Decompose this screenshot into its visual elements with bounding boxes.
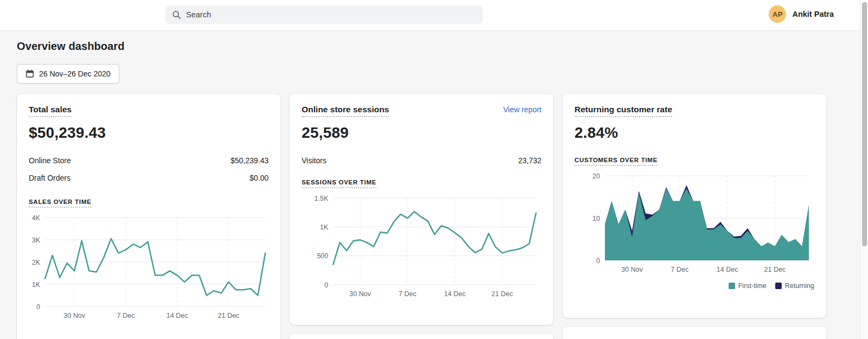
legend-item-first-time: First-time: [729, 282, 767, 290]
total-sales-breakdown: Online Store $50,239.43 Draft Orders $0.…: [29, 156, 269, 182]
search-icon: [172, 10, 181, 20]
sessions-title[interactable]: Online store sessions: [302, 105, 389, 117]
sessions-over-time-label[interactable]: SESSIONS OVER TIME: [302, 179, 376, 188]
customers-over-time-chart: 0102030 Nov7 Dec14 Dec21 Dec: [575, 171, 814, 274]
row-label: Draft Orders: [29, 174, 71, 182]
sessions-over-time-chart: 05001K1.5K30 Nov7 Dec14 Dec21 Dec: [302, 194, 541, 299]
svg-text:21 Dec: 21 Dec: [218, 312, 240, 319]
returning-rate-title[interactable]: Returning customer rate: [575, 105, 672, 117]
sales-over-time-label[interactable]: SALES OVER TIME: [29, 199, 91, 208]
main-content: Overview dashboard 26 Nov–26 Dec 2020 To…: [0, 31, 868, 339]
avatar[interactable]: AP: [769, 5, 786, 23]
row-label: Online Store: [29, 156, 71, 165]
svg-text:14 Dec: 14 Dec: [167, 312, 188, 319]
svg-text:7 Dec: 7 Dec: [117, 312, 135, 319]
returning-customer-rate-card: Returning customer rate 2.84% CUSTOMERS …: [563, 94, 826, 318]
svg-text:1.5K: 1.5K: [314, 195, 328, 202]
returning-rate-value: 2.84%: [575, 124, 814, 142]
svg-text:3K: 3K: [32, 236, 41, 244]
online-store-sessions-card: Online store sessions View report 25,589…: [290, 94, 553, 325]
table-row: Online Store $50,239.43: [29, 156, 269, 165]
column-2: Online store sessions View report 25,589…: [290, 94, 553, 339]
column-3: Returning customer rate 2.84% CUSTOMERS …: [563, 94, 826, 339]
total-sales-title[interactable]: Total sales: [29, 105, 72, 117]
row-value: $50,239.43: [231, 156, 269, 165]
svg-text:7 Dec: 7 Dec: [671, 266, 689, 273]
scrollbar-thumb[interactable]: [862, 2, 867, 246]
table-row: Visitors 23,732: [302, 156, 541, 165]
svg-text:30 Nov: 30 Nov: [621, 266, 643, 273]
cards-grid: Total sales $50,239.43 Online Store $50,…: [17, 94, 834, 339]
search-input-container[interactable]: [165, 5, 483, 24]
svg-text:4K: 4K: [32, 214, 41, 222]
row-value: 23,732: [518, 156, 541, 165]
row-label: Visitors: [302, 156, 327, 165]
svg-text:0: 0: [36, 303, 40, 311]
returning-swatch: [775, 283, 782, 289]
date-range-label: 26 Nov–26 Dec 2020: [39, 69, 111, 78]
legend-item-returning: Returning: [775, 282, 814, 290]
row-value: $0.00: [250, 174, 269, 182]
first-time-swatch: [729, 283, 735, 289]
svg-text:30 Nov: 30 Nov: [349, 290, 371, 298]
svg-text:30 Nov: 30 Nov: [63, 312, 85, 319]
chart-legend: First-time Returning: [575, 282, 814, 290]
svg-text:21 Dec: 21 Dec: [492, 290, 513, 298]
date-range-button[interactable]: 26 Nov–26 Dec 2020: [17, 64, 119, 84]
svg-text:14 Dec: 14 Dec: [444, 290, 466, 298]
next-card-partial: [563, 327, 826, 339]
search-input[interactable]: [186, 10, 476, 19]
svg-text:21 Dec: 21 Dec: [764, 266, 786, 273]
sessions-breakdown: Visitors 23,732: [302, 156, 541, 165]
svg-text:20: 20: [592, 172, 600, 180]
sessions-value: 25,589: [302, 124, 541, 142]
svg-text:0: 0: [596, 257, 600, 265]
svg-text:2K: 2K: [32, 259, 41, 266]
user-menu[interactable]: AP Ankit Patra: [769, 5, 834, 23]
total-sales-card: Total sales $50,239.43 Online Store $50,…: [17, 94, 280, 339]
svg-text:1K: 1K: [320, 223, 329, 231]
svg-text:14 Dec: 14 Dec: [717, 266, 738, 273]
view-report-link[interactable]: View report: [503, 105, 541, 114]
calendar-icon: [25, 69, 34, 78]
sales-over-time-chart: 01K2K3K4K30 Nov7 Dec14 Dec21 Dec: [29, 213, 269, 321]
legend-label: Returning: [785, 282, 814, 290]
next-card-partial: [290, 334, 553, 339]
table-row: Draft Orders $0.00: [29, 174, 269, 182]
svg-text:0: 0: [324, 282, 328, 289]
page-title: Overview dashboard: [17, 40, 834, 53]
total-sales-value: $50,239.43: [29, 124, 269, 142]
customers-over-time-label[interactable]: CUSTOMERS OVER TIME: [575, 157, 658, 166]
svg-text:10: 10: [592, 215, 600, 222]
column-1: Total sales $50,239.43 Online Store $50,…: [17, 94, 280, 339]
topbar: AP Ankit Patra: [0, 0, 868, 31]
dashboard-screen: AP Ankit Patra Overview dashboard 26 Nov…: [0, 0, 868, 339]
svg-text:1K: 1K: [32, 281, 41, 289]
svg-text:7 Dec: 7 Dec: [399, 290, 417, 298]
legend-label: First-time: [738, 282, 767, 290]
user-name: Ankit Patra: [792, 10, 834, 18]
svg-text:500: 500: [317, 252, 328, 260]
scrollbar-track[interactable]: [860, 0, 868, 339]
